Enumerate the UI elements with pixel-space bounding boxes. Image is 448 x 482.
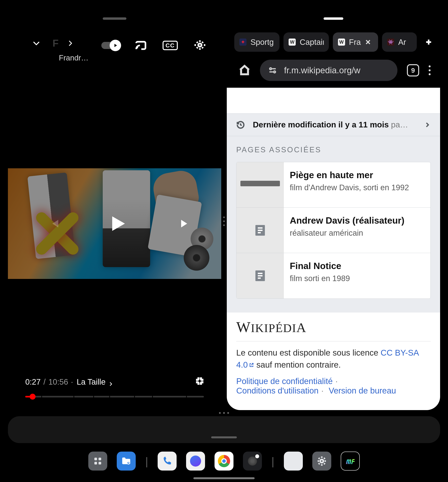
split-resize-handle[interactable] <box>223 217 225 226</box>
play-button[interactable] <box>106 213 128 234</box>
related-pages-header: PAGES ASSOCIÉES <box>236 145 431 154</box>
card-thumbnail <box>236 162 284 207</box>
previous-button[interactable] <box>48 217 60 230</box>
tab-item-active[interactable]: W Fra <box>333 32 378 52</box>
svg-point-1 <box>270 68 272 70</box>
card-thumbnail <box>236 208 284 253</box>
card-thumbnail <box>236 253 284 298</box>
card-description: film sorti en 1989 <box>290 274 424 283</box>
autoplay-toggle[interactable] <box>101 42 119 49</box>
chevron-right-icon[interactable] <box>67 40 74 47</box>
svg-rect-5 <box>94 458 97 460</box>
chrome-app-icon[interactable] <box>215 452 233 471</box>
taskbar-divider: | <box>145 455 148 468</box>
favicon: ✦ <box>240 39 247 46</box>
url-text: fr.m.wikipedia.org/w <box>284 65 360 75</box>
license-text: Le contenu est disponible sous licence C… <box>236 347 431 371</box>
files-app-icon[interactable] <box>117 452 136 471</box>
exit-fullscreen-icon[interactable] <box>195 376 205 386</box>
related-card[interactable]: Final Notice film sorti en 1989 <box>236 253 430 298</box>
video-time-meta: 0:27 / 10:56 · La Taille <box>25 378 113 386</box>
frandroid-app-icon[interactable]: mF <box>341 452 360 471</box>
chevron-right-icon[interactable] <box>108 379 113 385</box>
footer-link[interactable]: Version de bureau <box>329 386 396 395</box>
card-title: Final Notice <box>290 261 424 271</box>
tab-label: Sportg <box>250 38 274 47</box>
tab-item[interactable]: 👾 Ar <box>382 32 417 52</box>
close-icon[interactable] <box>365 39 371 45</box>
scrubber-knob[interactable] <box>30 394 36 400</box>
last-modified-row[interactable]: Dernière modification il y a 11 mois pa… <box>227 113 440 136</box>
card-description: réalisateur américain <box>290 229 424 237</box>
chevron-right-icon <box>424 121 431 128</box>
card-description: film d'Andrew Davis, sorti en 1992 <box>290 183 424 192</box>
wikipedia-logo-text: WIKIPÉDIA <box>236 318 431 336</box>
taskbar-divider: | <box>272 455 274 468</box>
svg-rect-8 <box>99 462 101 464</box>
card-title: Andrew Davis (réalisateur) <box>290 215 424 226</box>
collapse-icon[interactable] <box>32 39 41 48</box>
tab-count-button[interactable]: 9 <box>407 64 419 76</box>
channel-avatar-text: F <box>53 38 59 49</box>
related-card[interactable]: Andrew Davis (réalisateur) réalisateur a… <box>236 208 430 253</box>
svg-rect-6 <box>99 458 101 460</box>
external-link-icon <box>249 359 254 364</box>
nav-pill[interactable] <box>193 477 255 479</box>
pane-drag-handle[interactable] <box>103 17 126 20</box>
svg-point-0 <box>198 43 201 47</box>
chapter-label[interactable]: La Taille <box>77 378 105 386</box>
settings-app-icon[interactable] <box>312 452 331 471</box>
total-duration: 10:56 <box>48 378 68 386</box>
kebab-menu-icon[interactable] <box>429 65 431 75</box>
taskbar: | | mF <box>0 452 448 471</box>
home-icon[interactable] <box>239 64 250 76</box>
google-app-icon[interactable] <box>284 452 303 471</box>
left-video-pane: F Frandr… CC <box>8 6 221 410</box>
current-time: 0:27 <box>25 378 41 386</box>
messages-app-icon[interactable] <box>186 452 205 471</box>
pane-drag-handle[interactable] <box>324 17 343 20</box>
app-drawer-icon[interactable] <box>88 452 107 471</box>
footer-link[interactable]: Politique de confidentialité <box>236 377 333 386</box>
right-browser-pane: ✦ Sportg W Captain W Fra 👾 Ar fr.m.w <box>227 6 440 410</box>
tab-item[interactable]: ✦ Sportg <box>234 32 280 52</box>
favicon: W <box>288 39 296 46</box>
svg-rect-7 <box>94 462 97 464</box>
next-button[interactable] <box>179 217 192 230</box>
tab-label: Fra <box>349 38 361 47</box>
video-thumbnail[interactable] <box>8 168 221 279</box>
card-title: Piège en haute mer <box>290 170 424 180</box>
favicon: 👾 <box>387 39 394 46</box>
last-modified-text: Dernière modification il y a 11 mois <box>253 120 389 129</box>
recents-bar[interactable] <box>8 416 440 443</box>
gear-icon[interactable] <box>194 39 206 52</box>
url-bar[interactable]: fr.m.wikipedia.org/w <box>260 60 397 81</box>
favicon: W <box>338 39 345 46</box>
cast-icon[interactable] <box>135 40 146 51</box>
last-modified-by: pa… <box>389 120 408 129</box>
drag-handle[interactable] <box>211 436 237 438</box>
scrubber-track[interactable] <box>25 396 204 397</box>
history-icon <box>236 120 245 129</box>
tab-item[interactable]: W Captain <box>283 32 329 52</box>
split-resize-handle[interactable] <box>219 412 229 414</box>
site-settings-icon[interactable] <box>268 65 277 75</box>
channel-name: Frandr… <box>59 54 88 62</box>
page-content[interactable]: Dernière modification il y a 11 mois pa…… <box>227 88 440 410</box>
svg-point-2 <box>274 71 276 73</box>
phone-app-icon[interactable] <box>158 452 176 471</box>
tab-label: Captain <box>300 38 324 47</box>
tab-label: Ar <box>398 38 406 47</box>
svg-point-10 <box>320 459 323 463</box>
camera-app-icon[interactable] <box>243 452 262 471</box>
tab-strip: ✦ Sportg W Captain W Fra 👾 Ar <box>234 32 437 52</box>
footer-link[interactable]: Conditions d'utilisation <box>236 386 319 395</box>
captions-button[interactable]: CC <box>163 41 178 50</box>
related-card[interactable]: Piège en haute mer film d'Andrew Davis, … <box>236 162 430 208</box>
new-tab-button[interactable] <box>421 32 437 52</box>
